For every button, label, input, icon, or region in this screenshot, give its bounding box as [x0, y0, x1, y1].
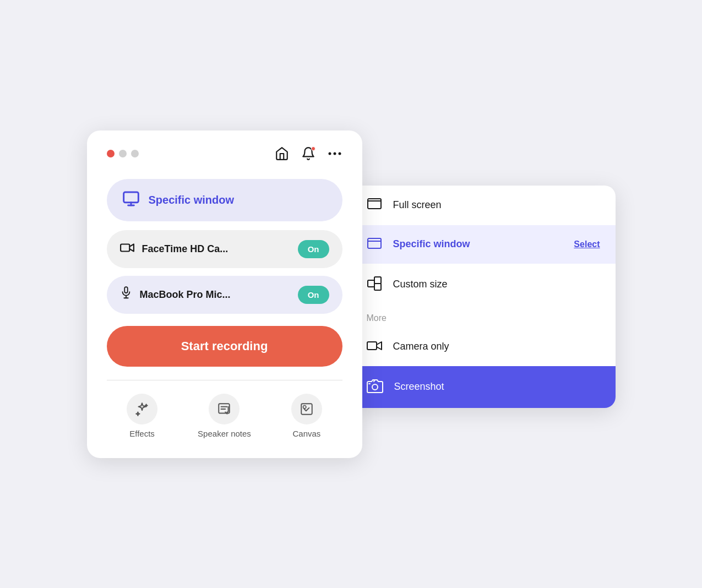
mic-toggle[interactable]: On — [298, 286, 329, 304]
screenshot-label: Screenshot — [394, 381, 600, 393]
window-controls — [107, 150, 139, 157]
maximize-button[interactable] — [131, 150, 139, 157]
home-icon[interactable] — [274, 146, 290, 161]
custom-size-label: Custom size — [393, 279, 600, 290]
close-button[interactable] — [107, 150, 115, 157]
camera-toggle[interactable]: On — [298, 240, 329, 258]
left-panel: Specific window FaceTime HD Ca... On — [87, 130, 362, 458]
title-icons — [274, 146, 342, 161]
effects-label: Effects — [129, 429, 155, 438]
more-options-icon[interactable] — [327, 146, 342, 161]
start-recording-button[interactable]: Start recording — [107, 326, 342, 367]
speaker-notes-label: Speaker notes — [198, 429, 251, 438]
svg-rect-6 — [121, 244, 129, 252]
speaker-notes-icon-circle — [209, 394, 240, 424]
minimize-button[interactable] — [119, 150, 127, 157]
camera-only-icon — [367, 340, 382, 354]
camera-only-label: Camera only — [393, 341, 600, 352]
divider — [107, 380, 342, 380]
right-panel: Full screen Specific window Select — [351, 186, 616, 408]
speaker-notes-item[interactable]: Speaker notes — [198, 394, 251, 438]
mic-row: MacBook Pro Mic... On — [107, 276, 342, 314]
camera-only-item[interactable]: Camera only — [351, 328, 616, 366]
effects-item[interactable]: Effects — [127, 394, 157, 438]
custom-size-item[interactable]: Custom size — [351, 264, 616, 306]
camera-row-left: FaceTime HD Ca... — [120, 242, 228, 256]
canvas-item[interactable]: Canvas — [291, 394, 322, 438]
specific-window-label: Specific window — [149, 194, 235, 206]
canvas-icon-circle — [291, 394, 322, 424]
screenshot-icon — [367, 378, 383, 396]
canvas-label: Canvas — [292, 429, 320, 438]
svg-rect-20 — [374, 277, 381, 284]
camera-icon — [120, 242, 134, 256]
title-bar — [107, 146, 342, 161]
specific-window-button[interactable]: Specific window — [107, 179, 342, 221]
svg-point-2 — [338, 152, 341, 155]
camera-row: FaceTime HD Ca... On — [107, 230, 342, 268]
more-section-label: More — [351, 306, 616, 328]
mic-label: MacBook Pro Mic... — [140, 289, 231, 301]
svg-point-23 — [372, 384, 378, 390]
specific-window-menu-label: Specific window — [393, 238, 563, 250]
custom-size-icon — [367, 276, 382, 293]
specific-window-menu-icon — [367, 237, 382, 252]
svg-rect-7 — [124, 287, 128, 293]
full-screen-item[interactable]: Full screen — [351, 186, 616, 225]
svg-rect-19 — [368, 280, 374, 287]
notification-dot — [311, 146, 315, 151]
svg-point-0 — [328, 152, 331, 155]
svg-rect-17 — [368, 238, 381, 248]
panels-wrapper: Specific window FaceTime HD Ca... On — [87, 130, 616, 458]
svg-rect-3 — [123, 192, 138, 203]
full-screen-label: Full screen — [393, 199, 600, 211]
fullscreen-icon — [367, 198, 382, 213]
screenshot-item[interactable]: Screenshot — [351, 366, 616, 408]
svg-rect-15 — [368, 199, 381, 209]
mic-row-left: MacBook Pro Mic... — [120, 286, 231, 303]
bottom-icons: Effects Speaker notes — [107, 394, 342, 438]
notification-icon[interactable] — [301, 146, 316, 161]
specific-window-item[interactable]: Specific window Select — [351, 225, 616, 264]
camera-label: FaceTime HD Ca... — [142, 243, 228, 255]
svg-point-14 — [303, 405, 306, 408]
effects-icon-circle — [127, 394, 157, 424]
svg-rect-22 — [367, 342, 377, 350]
svg-rect-21 — [374, 284, 381, 290]
select-button[interactable]: Select — [574, 239, 600, 249]
mic-icon — [120, 286, 132, 303]
svg-rect-13 — [301, 404, 312, 415]
svg-point-1 — [333, 152, 336, 155]
monitor-icon — [122, 190, 140, 210]
